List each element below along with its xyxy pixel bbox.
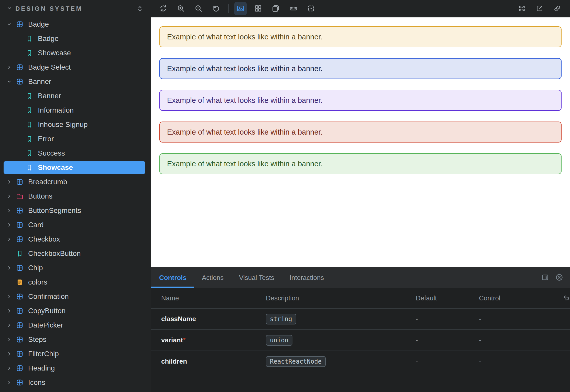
ruler-icon [289,4,298,13]
column-header-control: Control [479,294,551,302]
prop-default: - [416,336,479,344]
component-icon [16,379,24,386]
sidebar-item-colors[interactable]: colors [0,276,151,289]
column-header-default: Default [416,294,479,302]
sidebar-item-banner[interactable]: Banner [0,75,151,88]
sidebar-item-breadcrumb[interactable]: Breadcrumb [0,176,151,188]
stacked-button[interactable] [270,2,282,15]
zoom-reset-button[interactable] [210,2,222,15]
open-new-tab-icon [536,5,543,13]
sidebar-header: DESIGN SYSTEM [0,0,151,17]
close-panel-button[interactable] [555,273,563,282]
props-table-row-children: childrenReactReactNode-- [151,351,570,372]
sidebar-item-heading[interactable]: Heading [0,362,151,375]
component-tree: BadgeBadgeShowcaseBadge SelectBannerBann… [0,17,151,389]
addon-panel: ControlsActionsVisual TestsInteractions … [151,267,570,392]
sidebar-item-filterchip[interactable]: FilterChip [0,347,151,360]
zoom-reset-icon [212,4,220,13]
story-canvas: Example of what text looks like within a… [151,17,570,267]
sidebar-item-label: Icons [28,378,45,387]
prop-control: - [479,315,551,323]
banner-text: Example of what text looks like within a… [167,96,323,105]
column-header-name: Name [161,294,266,302]
sidebar-item-card[interactable]: Card [0,219,151,231]
remount-button[interactable] [157,2,169,15]
sidebar-item-badge[interactable]: Badge [0,32,151,45]
chevron-down-icon[interactable] [6,5,13,13]
tab-actions[interactable]: Actions [194,267,231,288]
type-chip: string [266,314,296,324]
zoom-in-icon [177,4,185,13]
sidebar-item-label: CheckboxButton [28,249,81,258]
sidebar-item-information[interactable]: Information [0,104,151,117]
grid-icon [254,4,262,13]
chevron-right-icon [6,64,12,71]
open-new-tab-button[interactable] [533,2,546,15]
sidebar-item-confirmation[interactable]: Confirmation [0,290,151,303]
fullscreen-icon [518,5,526,13]
zoom-out-button[interactable] [192,2,205,15]
bookmark-icon [16,250,24,257]
remount-icon [159,4,167,13]
component-icon [16,20,24,28]
tab-interactions[interactable]: Interactions [282,267,332,288]
tab-controls[interactable]: Controls [151,267,194,288]
bookmark-icon [26,49,33,57]
sidebar-item-chip[interactable]: Chip [0,262,151,274]
sidebar-item-checkbox[interactable]: Checkbox [0,233,151,246]
banner-warning: Example of what text looks like within a… [159,26,562,47]
props-table-header: NameDescriptionDefaultControl [151,288,570,309]
chevron-right-icon [6,379,12,386]
sidebar-item-buttons[interactable]: Buttons [0,190,151,203]
sidebar-item-showcase[interactable]: Showcase [0,47,151,59]
fullscreen-button[interactable] [516,2,528,15]
grid-button[interactable] [252,2,264,15]
sidebar-item-datepicker[interactable]: DatePicker [0,319,151,332]
sidebar-item-label: Badge Select [28,63,71,71]
tab-visual-tests[interactable]: Visual Tests [231,267,282,288]
sidebar-item-checkboxbutton[interactable]: CheckboxButton [0,247,151,260]
banner-text: Example of what text looks like within a… [167,33,323,41]
sidebar-item-error[interactable]: Error [0,133,151,145]
sidebar-item-label: Error [38,135,54,143]
prop-control: - [479,336,551,344]
toolbar-separator [228,4,229,13]
sidebar-item-label: Badge [28,20,49,28]
sidebar-item-label: Showcase [38,49,71,57]
sidebar-item-icons[interactable]: Icons [0,376,151,389]
component-icon [16,350,24,358]
sidebar-item-showcase[interactable]: Showcase [4,161,145,174]
tab-label: Interactions [290,274,324,282]
sidebar-item-label: Confirmation [28,292,69,301]
chevron-right-icon [6,236,12,243]
banner-success: Example of what text looks like within a… [159,153,562,174]
sidebar-item-copybutton[interactable]: CopyButton [0,304,151,317]
outline-button[interactable] [305,2,317,15]
sidebar-item-success[interactable]: Success [0,147,151,160]
component-icon [16,307,24,315]
reset-controls-button[interactable] [562,294,570,302]
sidebar-item-badge[interactable]: Badge [0,18,151,31]
component-icon [16,221,24,229]
canvas-image-button[interactable] [234,2,247,15]
banner-text: Example of what text looks like within a… [167,64,323,73]
sidebar-item-label: Information [38,106,74,114]
link-button[interactable] [551,2,563,15]
sidebar-item-banner[interactable]: Banner [0,90,151,102]
canvas-image-icon [236,4,245,13]
chevron-right-icon [6,365,12,372]
sidebar-item-badge-select[interactable]: Badge Select [0,61,151,74]
sidebar-item-buttonsegments[interactable]: ButtonSegments [0,204,151,217]
toolbar-right-group [510,2,563,15]
ruler-button[interactable] [287,2,300,15]
panel-position-button[interactable] [541,274,549,282]
sidebar-item-steps[interactable]: Steps [0,333,151,346]
expand-collapse-all-button[interactable] [136,5,144,13]
sidebar-item-inhouse-signup[interactable]: Inhouse Signup [0,118,151,131]
bookmark-icon [26,164,33,171]
sidebar-item-label: ButtonSegments [28,206,81,215]
component-icon [16,235,24,243]
close-panel-icon [555,273,563,282]
zoom-in-button[interactable] [175,2,187,15]
prop-default: - [416,315,479,323]
